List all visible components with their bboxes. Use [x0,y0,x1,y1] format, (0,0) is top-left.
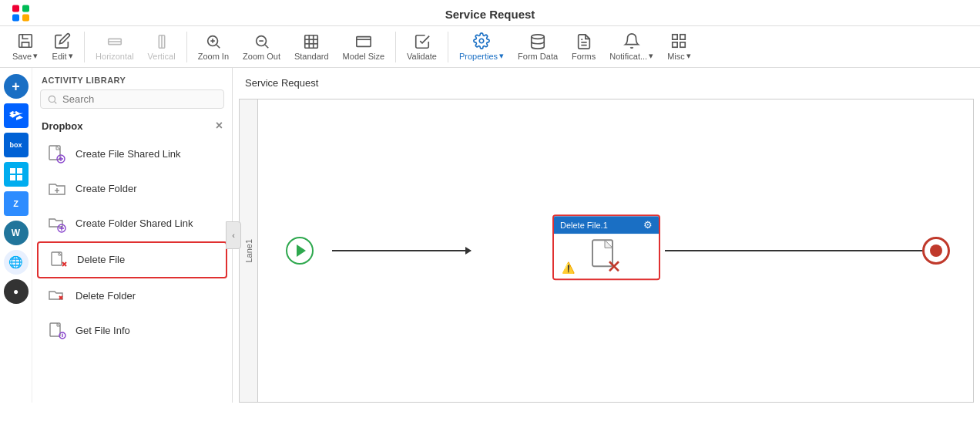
grid-cell-green [22,5,29,12]
delete-folder-icon [46,285,68,307]
search-icon [47,94,58,105]
rail-windows-icon[interactable] [4,162,29,187]
get-file-info-icon [46,320,68,342]
rail-zoom-icon[interactable]: Z [4,191,29,216]
validate-button[interactable]: Validate [401,30,443,64]
node-body: ⚠️ [554,234,659,278]
rail-dark-icon[interactable]: ● [4,279,29,304]
notifications-button[interactable]: Notificat... ▾ [603,29,659,64]
standard-button[interactable]: Standard [288,30,335,64]
activity-item-label: Get File Info [76,325,130,338]
activity-item-label: Create File Shared Link [76,148,181,161]
activity-item-create-folder-shared-link[interactable]: Create Folder Shared Link [37,207,227,241]
flow-arrow-2 [665,250,931,251]
model-size-button[interactable]: Model Size [337,30,391,64]
activity-item-delete-folder[interactable]: Delete Folder [37,279,227,313]
create-folder-icon [46,178,68,200]
properties-button[interactable]: Properties ▾ [453,29,510,64]
lane-label-text: Lane1 [244,239,253,263]
canvas-service-label: Service Request [245,77,318,89]
node-header: Delete File.1 ⚙ [554,216,659,234]
collapse-panel-button[interactable]: ‹ [226,221,241,249]
rail-wp-icon[interactable]: W [4,221,29,245]
delete-file-node[interactable]: Delete File.1 ⚙ ⚠️ [552,214,660,280]
form-data-button[interactable]: Form Data [512,30,564,64]
activity-item-delete-file[interactable]: Delete File [37,241,227,278]
zoom-out-button[interactable]: Zoom Out [237,30,287,64]
node-title: Delete File.1 [560,221,608,230]
activity-item-get-file-info[interactable]: Get File Info [37,314,227,348]
save-button[interactable]: Save ▾ [6,29,44,64]
svg-rect-12 [305,35,318,48]
activity-panel: ACTIVITY LIBRARY Dropbox × Create File [32,68,233,403]
svg-rect-29 [10,175,15,180]
svg-rect-23 [673,35,677,39]
rail-box-icon[interactable]: box [4,133,29,157]
rail-dropbox-icon[interactable] [4,103,29,128]
svg-rect-26 [673,42,677,47]
svg-line-10 [265,45,268,48]
delete-file-icon [48,249,69,271]
svg-point-20 [532,34,545,39]
svg-line-6 [216,45,220,48]
canvas-area[interactable]: Service Request Lane1 Delete File.1 ⚙ [233,68,980,403]
forms-button[interactable]: Forms [566,30,602,64]
node-box: Delete File.1 ⚙ ⚠️ [552,214,660,280]
title-bar: Service Request [0,0,980,26]
category-label: Dropbox [42,120,82,132]
flow-arrow-1 [332,250,471,251]
activity-panel-title: ACTIVITY LIBRARY [32,68,232,89]
end-event[interactable] [922,237,950,265]
svg-point-31 [49,96,55,102]
node-gear-icon[interactable]: ⚙ [643,219,653,231]
vertical-button[interactable]: Vertical [142,30,182,64]
grid-cell-red [12,5,19,12]
main-layout: + box Z W 🌐 ● ACTIVITY LIBRARY Dropbox × [0,68,980,403]
svg-rect-17 [357,36,371,46]
create-file-shared-link-icon [46,143,68,165]
start-event-play-icon [297,244,306,257]
node-file-delete-icon [591,238,622,274]
activity-item-label: Delete Folder [76,290,136,303]
search-input[interactable] [62,93,217,105]
svg-point-46 [62,332,62,333]
svg-rect-28 [17,168,22,174]
warning-icon: ⚠️ [562,261,575,274]
activity-item-label: Delete File [77,254,125,267]
toolbar-separator-3 [395,32,396,62]
svg-line-32 [55,101,57,103]
toolbar-separator-2 [186,32,187,62]
toolbar: Save ▾ Edit ▾ Horizontal Vertical Zoom I… [0,26,980,68]
activity-item-create-file-shared-link[interactable]: Create File Shared Link [37,137,227,171]
search-box [40,89,224,109]
category-close-button[interactable]: × [216,120,223,132]
rail-add-icon[interactable]: + [4,74,29,99]
create-folder-shared-link-icon [46,213,68,234]
swim-lane: Lane1 Delete File.1 ⚙ [239,99,974,403]
horizontal-button[interactable]: Horizontal [89,30,140,64]
activity-item-create-folder[interactable]: Create Folder [37,172,227,206]
icon-rail: + box Z W 🌐 ● [0,68,32,403]
app-grid-icon [12,5,29,21]
svg-point-19 [479,39,484,43]
lane-label: Lane1 [240,99,258,402]
misc-button[interactable]: Misc ▾ [661,29,697,64]
page-title: Service Request [445,8,535,21]
activity-item-label: Create Folder [76,183,136,196]
rail-globe-icon[interactable]: 🌐 [4,250,29,275]
grid-cell-blue [12,14,19,21]
end-event-circle-icon [930,244,942,257]
start-event[interactable] [286,237,314,265]
grid-cell-yellow [22,14,29,21]
category-header: Dropbox × [32,115,232,137]
svg-rect-27 [10,168,15,174]
svg-rect-30 [17,175,22,180]
edit-button[interactable]: Edit ▾ [45,29,79,64]
svg-rect-25 [680,42,685,47]
activity-list: Create File Shared Link Create Folder [32,137,232,403]
svg-rect-24 [680,35,685,39]
toolbar-separator-4 [448,32,448,62]
zoom-in-button[interactable]: Zoom In [192,30,235,64]
activity-item-label: Create Folder Shared Link [76,218,193,231]
toolbar-separator-1 [84,32,85,62]
